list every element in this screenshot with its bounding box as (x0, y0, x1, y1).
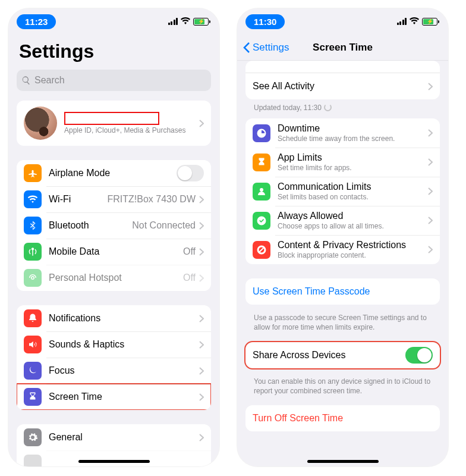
chevron-right-icon (199, 196, 204, 203)
hotspot-icon (24, 269, 42, 287)
status-time: 11:23 (17, 14, 56, 29)
back-button[interactable]: Settings (243, 42, 289, 54)
chart-partial (245, 61, 440, 73)
chevron-right-icon (428, 83, 433, 90)
chevron-right-icon (428, 129, 433, 137)
profile-subtitle: Apple ID, iCloud+, Media & Purchases (64, 126, 199, 134)
no-entry-icon (253, 241, 270, 259)
communication-limits-row[interactable]: Communication LimitsSet limits based on … (245, 177, 440, 206)
chevron-right-icon (199, 367, 204, 375)
wifi-icon (181, 16, 190, 27)
wifi-icon (410, 16, 419, 27)
use-passcode-row[interactable]: Use Screen Time Passcode (245, 278, 440, 305)
app-limits-row[interactable]: App LimitsSet time limits for apps. (245, 148, 440, 177)
status-icons: ⚡ (168, 16, 209, 27)
share-devices-group: Share Across Devices (245, 342, 440, 368)
network-group: Airplane Mode Wi-Fi FRITZ!Box 7430 DW Bl… (17, 160, 211, 291)
airplane-icon (24, 164, 42, 182)
antenna-icon (24, 243, 42, 261)
airplane-mode-toggle[interactable] (177, 165, 204, 181)
chevron-right-icon (199, 315, 204, 322)
updated-text: Updated today, 11:30 (237, 99, 448, 118)
downtime-icon (253, 124, 270, 142)
search-placeholder: Search (34, 75, 65, 86)
search-icon (21, 76, 31, 85)
screen-time-row[interactable]: Screen Time (17, 384, 211, 410)
status-time: 11:30 (245, 14, 285, 29)
turn-off-screentime-row[interactable]: Turn Off Screen Time (245, 405, 440, 431)
general-row[interactable]: General (17, 424, 211, 450)
home-indicator[interactable] (78, 460, 150, 463)
always-allowed-row[interactable]: Always AllowedChoose apps to allow at al… (245, 206, 440, 235)
speaker-icon (24, 336, 42, 353)
avatar (24, 107, 57, 140)
passcode-group: Use Screen Time Passcode (245, 278, 440, 305)
mobile-data-row[interactable]: Mobile Data Off (17, 239, 211, 265)
chevron-right-icon (199, 248, 204, 256)
hourglass-icon (24, 388, 42, 406)
focus-row[interactable]: Focus (17, 358, 211, 384)
cellular-signal-icon (168, 18, 178, 25)
settings-screen: 11:23 ⚡ Settings Search Apple ID, iCloud… (8, 8, 219, 466)
search-input[interactable]: Search (17, 70, 211, 91)
chevron-right-icon (199, 434, 204, 441)
content-privacy-row[interactable]: Content & Privacy RestrictionsBlock inap… (245, 235, 440, 264)
downtime-row[interactable]: DowntimeSchedule time away from the scre… (245, 118, 440, 148)
chevron-right-icon (199, 222, 204, 230)
chevron-left-icon (243, 42, 250, 53)
home-indicator[interactable] (307, 460, 379, 463)
share-devices-toggle[interactable] (405, 347, 433, 364)
notifications-row[interactable]: Notifications (17, 305, 211, 331)
share-note: You can enable this on any device signed… (237, 373, 448, 405)
chevron-right-icon (199, 341, 204, 349)
battery-icon: ⚡ (193, 18, 209, 26)
page-title: Settings (8, 35, 219, 66)
bell-icon (24, 309, 42, 327)
chevron-right-icon (428, 246, 433, 253)
battery-icon: ⚡ (422, 18, 437, 26)
wifi-row[interactable]: Wi-Fi FRITZ!Box 7430 DW (17, 186, 211, 212)
chevron-right-icon (199, 120, 204, 127)
bluetooth-row[interactable]: Bluetooth Not Connected (17, 212, 211, 239)
redacted-name (64, 112, 159, 125)
system-group: Notifications Sounds & Haptics Focus Scr… (17, 305, 211, 410)
bluetooth-icon (24, 217, 42, 234)
nav-bar: Settings Screen Time (237, 35, 448, 61)
limits-group: DowntimeSchedule time away from the scre… (245, 118, 440, 264)
chevron-right-icon (428, 217, 433, 224)
turnoff-group: Turn Off Screen Time (245, 405, 440, 431)
contacts-icon (253, 183, 270, 201)
cellular-signal-icon (397, 18, 407, 25)
wifi-row-icon (24, 190, 42, 208)
checkmark-icon (253, 212, 270, 230)
passcode-note: Use a passcode to secure Screen Time set… (237, 309, 448, 342)
status-icons: ⚡ (397, 16, 438, 27)
spinner-icon (324, 104, 332, 111)
status-bar: 11:30 ⚡ (237, 8, 448, 35)
apple-id-row[interactable]: Apple ID, iCloud+, Media & Purchases (17, 101, 211, 146)
hotspot-row[interactable]: Personal Hotspot Off (17, 265, 211, 291)
partial-row[interactable] (17, 450, 211, 466)
chevron-right-icon (428, 158, 433, 166)
hourglass-icon (253, 154, 270, 171)
screen-time-screen: 11:30 ⚡ Settings Screen Time See All Act… (237, 8, 448, 466)
moon-icon (24, 362, 42, 380)
chevron-right-icon (199, 393, 204, 401)
unknown-icon (24, 455, 42, 466)
see-all-activity-row[interactable]: See All Activity (245, 73, 440, 99)
share-across-devices-row[interactable]: Share Across Devices (245, 342, 440, 368)
airplane-mode-row[interactable]: Airplane Mode (17, 160, 211, 186)
gear-icon (24, 428, 42, 446)
sounds-row[interactable]: Sounds & Haptics (17, 331, 211, 358)
profile-group: Apple ID, iCloud+, Media & Purchases (17, 101, 211, 146)
status-bar: 11:23 ⚡ (8, 8, 219, 35)
chevron-right-icon (428, 187, 433, 195)
chevron-right-icon (199, 274, 204, 282)
